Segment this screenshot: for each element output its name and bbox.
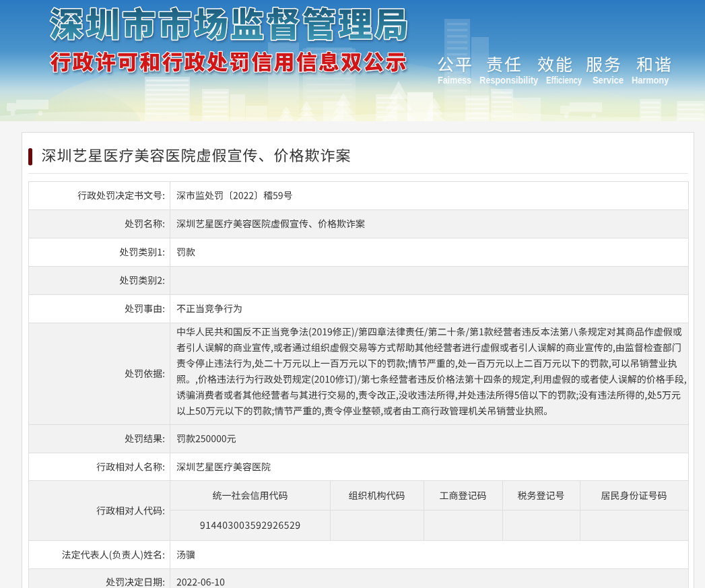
- svg-text:Responsibility: Responsibility: [479, 75, 538, 86]
- svg-text:Harmony: Harmony: [632, 75, 669, 86]
- svg-text:Faimess: Faimess: [438, 75, 471, 86]
- svg-text:Service: Service: [593, 75, 624, 86]
- svg-text:Efficiency: Efficiency: [546, 75, 582, 86]
